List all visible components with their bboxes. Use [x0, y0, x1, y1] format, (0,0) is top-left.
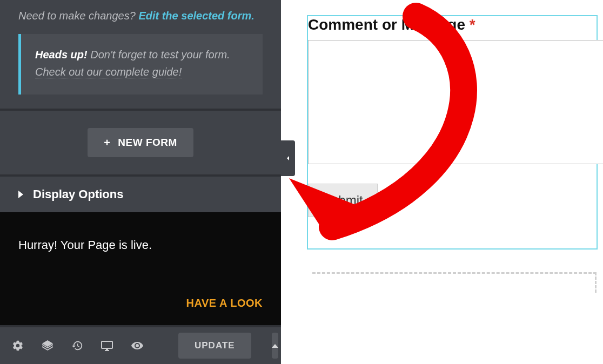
update-button[interactable]: UPDATE: [178, 333, 251, 359]
edit-prompt: Need to make changes? Edit the selected …: [18, 10, 263, 22]
heads-up-callout: Heads up! Don't forget to test your form…: [18, 34, 263, 95]
settings-icon[interactable]: [12, 339, 24, 353]
chevron-up-icon: [272, 344, 278, 348]
layers-icon[interactable]: [41, 339, 54, 353]
live-status-message: Hurray! Your Page is live.: [18, 238, 263, 252]
plus-icon: +: [104, 137, 110, 148]
footer-toolbar: UPDATE: [0, 325, 281, 364]
new-form-button[interactable]: + NEW FORM: [88, 128, 193, 157]
comment-textarea[interactable]: [308, 40, 603, 164]
field-label: Comment or Message *: [308, 16, 597, 40]
heads-up-title: Heads up!: [35, 49, 88, 60]
chevron-left-icon: [284, 154, 292, 163]
heads-up-body: Don't forget to test your form.: [88, 49, 230, 60]
new-form-button-label: NEW FORM: [118, 137, 177, 149]
preview-canvas: Comment or Message * Submit: [296, 0, 603, 364]
add-section-dropzone[interactable]: [312, 272, 597, 293]
collapse-sidebar-handle[interactable]: [281, 140, 295, 176]
preview-icon[interactable]: [131, 339, 144, 353]
edit-prompt-text: Need to make changes?: [18, 10, 138, 22]
new-form-section: + NEW FORM: [0, 111, 281, 174]
display-options-label: Display Options: [33, 187, 123, 201]
display-options-toggle[interactable]: Display Options: [0, 177, 281, 212]
history-icon[interactable]: [71, 339, 83, 353]
submit-button[interactable]: Submit: [308, 184, 378, 217]
update-more-button[interactable]: [272, 333, 278, 359]
field-label-text: Comment or Message: [308, 16, 465, 33]
form-selector-section: Need to make changes? Edit the selected …: [0, 0, 281, 109]
live-status-panel: Hurray! Your Page is live. HAVE A LOOK: [0, 212, 281, 325]
form-widget[interactable]: Comment or Message * Submit: [307, 15, 598, 250]
chevron-right-icon: [18, 191, 23, 198]
responsive-icon[interactable]: [100, 339, 113, 353]
required-marker: *: [470, 16, 475, 33]
heads-up-guide-link[interactable]: Check out our complete guide!: [35, 66, 182, 78]
sidebar-panel: Need to make changes? Edit the selected …: [0, 0, 281, 364]
have-a-look-link[interactable]: HAVE A LOOK: [186, 297, 263, 309]
edit-selected-form-link[interactable]: Edit the selected form.: [138, 10, 254, 22]
